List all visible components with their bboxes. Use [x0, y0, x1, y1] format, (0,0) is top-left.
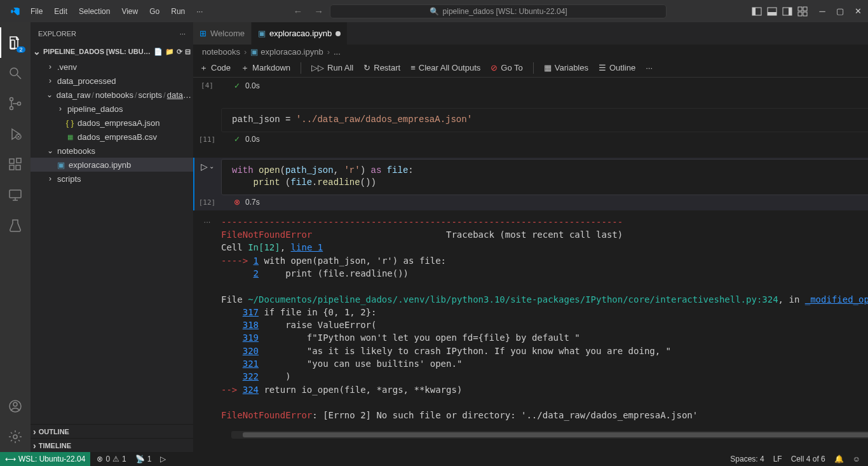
feedback-icon[interactable]: ☺ — [853, 455, 860, 463]
tree-pipeline-dados[interactable]: › pipeline_dados — [31, 102, 193, 116]
nav-back-icon[interactable]: ← — [293, 6, 302, 17]
menu-edit[interactable]: Edit — [49, 4, 72, 18]
cell-4[interactable]: [4] ✓ 0.0s Python — [193, 78, 868, 94]
problems-button[interactable]: ⊗0 ⚠1 — [97, 455, 126, 463]
menu-go[interactable]: Go — [144, 4, 165, 18]
run-all-button[interactable]: ▷▷Run All — [311, 63, 353, 72]
svg-rect-1 — [752, 8, 756, 15]
maximize-icon[interactable]: ▢ — [835, 6, 845, 17]
tree-scripts[interactable]: › scripts — [31, 172, 193, 186]
notifications-icon[interactable]: 🔔 — [834, 455, 844, 463]
tree-data-raw[interactable]: ⌄ data_raw/notebooks/scripts/data_raw — [31, 88, 193, 102]
svg-rect-8 — [798, 12, 802, 16]
variables-icon: ▦ — [544, 63, 552, 72]
spaces-button[interactable]: Spaces: 4 — [730, 455, 764, 463]
workspace-title[interactable]: ⌄ PIPELINE_DADOS [WSL: UBUNTU-22.04] 📄 📁… — [31, 45, 193, 58]
menu-view[interactable]: View — [116, 4, 143, 18]
chevron-right-icon: › — [46, 76, 55, 85]
notebook-icon: ▣ — [258, 29, 266, 38]
run-task-icon[interactable]: ▷ — [160, 455, 166, 463]
layout-panel-icon[interactable] — [767, 6, 777, 17]
add-markdown-button[interactable]: ＋Markdown — [241, 62, 290, 74]
menu-file[interactable]: File — [25, 4, 48, 18]
exec-count: [12] — [199, 198, 216, 207]
notebook-body[interactable]: [4] ✓ 0.0s Python [11] path_json = '.. — [193, 78, 868, 452]
tree-exploracao[interactable]: ▣ exploracao.ipynb — [31, 158, 193, 172]
variables-button[interactable]: ▦Variables — [544, 63, 588, 72]
menu-run[interactable]: Run — [166, 4, 190, 18]
activity-explorer-icon[interactable]: 2 — [0, 27, 31, 58]
output-scrollbar[interactable] — [231, 431, 868, 439]
layout-sidebar-left-icon[interactable] — [752, 6, 762, 17]
timeline-section[interactable]: › TIMELINE — [31, 438, 193, 452]
success-icon: ✓ — [234, 81, 240, 90]
menu-more[interactable]: ··· — [191, 4, 208, 18]
error-icon: ⊗ — [97, 455, 103, 463]
menu-bar: File Edit Selection View Go Run ··· — [25, 4, 208, 18]
error-icon: ⊗ — [234, 198, 240, 207]
toolbar-more-icon[interactable]: ··· — [646, 63, 653, 72]
menu-selection[interactable]: Selection — [74, 4, 115, 18]
command-center[interactable]: 🔍 pipeline_dados [WSL: Ubuntu-22.04] — [330, 4, 667, 18]
clear-outputs-button[interactable]: ≡Clear All Outputs — [410, 63, 480, 72]
tab-welcome[interactable]: ⊞ Welcome — [193, 22, 252, 45]
tree-venv[interactable]: › .venv — [31, 60, 193, 74]
activity-settings-icon[interactable] — [0, 421, 31, 452]
restart-button[interactable]: ↻Restart — [363, 63, 400, 72]
svg-rect-19 — [17, 158, 21, 163]
run-cell-button[interactable]: ▷ ⌄ — [201, 161, 214, 172]
add-code-button[interactable]: ＋Code — [200, 62, 231, 74]
outline-button[interactable]: ☰Outline — [599, 63, 635, 72]
cell-11[interactable]: [11] path_json = '../data_raw/dados_empr… — [193, 107, 868, 147]
outline-section[interactable]: › OUTLINE — [31, 424, 193, 438]
close-icon[interactable]: ✕ — [853, 6, 863, 17]
collapse-icon[interactable]: ⊟ — [185, 48, 191, 56]
svg-rect-20 — [10, 190, 21, 198]
goto-button[interactable]: ⊘Go To — [491, 63, 522, 72]
cell-12[interactable]: ⎙ ▷ ▷̲ ⊟ ··· 🗑 ▷ ⌄ [12] with open(path_j… — [193, 158, 868, 210]
traceback-output[interactable]: ----------------------------------------… — [221, 212, 868, 426]
chevron-right-icon: › — [33, 441, 36, 451]
activity-search-icon[interactable] — [0, 58, 31, 88]
explorer-badge: 2 — [17, 46, 25, 53]
cell-code[interactable]: with open(path_json, 'r') as file: print… — [221, 159, 868, 195]
tree-dados-b[interactable]: ▦ dados_empresaB.csv — [31, 130, 193, 144]
activity-accounts-icon[interactable] — [0, 391, 31, 421]
svg-rect-7 — [803, 7, 807, 11]
breadcrumb-folder[interactable]: notebooks — [202, 47, 240, 57]
output-more-icon[interactable]: ··· — [204, 217, 211, 226]
activity-remote-explorer-icon[interactable] — [0, 180, 31, 210]
cell-12-output: ··· ------------------------------------… — [193, 210, 868, 427]
svg-point-14 — [18, 102, 21, 106]
title-bar: File Edit Selection View Go Run ··· ← → … — [0, 0, 868, 22]
remote-indicator[interactable]: ⟷ WSL: Ubuntu-22.04 — [0, 452, 90, 466]
cell-code[interactable]: path_json = '../data_raw/dados_empresaA.… — [221, 108, 868, 132]
breadcrumbs[interactable]: notebooks › ▣ exploracao.ipynb › ... — [193, 45, 868, 58]
customize-layout-icon[interactable] — [797, 6, 808, 17]
activity-testing-icon[interactable] — [0, 210, 31, 241]
breadcrumb-more[interactable]: ... — [334, 47, 341, 57]
tree-data-processed[interactable]: › data_processed — [31, 74, 193, 88]
activity-extensions-icon[interactable] — [0, 149, 31, 180]
tab-exploracao[interactable]: ▣ exploracao.ipynb — [252, 22, 348, 45]
cell-position[interactable]: Cell 4 of 6 — [791, 455, 825, 463]
new-folder-icon[interactable]: 📁 — [165, 48, 174, 56]
clear-icon: ≡ — [410, 63, 416, 72]
new-file-icon[interactable]: 📄 — [154, 48, 163, 56]
minimize-icon[interactable]: ─ — [817, 6, 827, 17]
refresh-icon[interactable]: ⟳ — [177, 48, 182, 56]
tree-notebooks[interactable]: ⌄ notebooks — [31, 144, 193, 158]
activity-source-control-icon[interactable] — [0, 88, 31, 119]
run-all-icon: ▷▷ — [311, 63, 324, 72]
svg-point-13 — [10, 107, 13, 110]
activity-debug-icon[interactable] — [0, 119, 31, 149]
status-bar: ⟷ WSL: Ubuntu-22.04 ⊗0 ⚠1 📡1 ▷ Spaces: 4… — [0, 452, 868, 466]
nav-forward-icon[interactable]: → — [314, 6, 323, 17]
svg-rect-5 — [789, 8, 792, 15]
breadcrumb-file[interactable]: exploracao.ipynb — [261, 47, 323, 57]
tree-dados-a[interactable]: { } dados_empresaA.json — [31, 116, 193, 130]
sidebar-more-icon[interactable]: ··· — [180, 30, 186, 38]
eol-button[interactable]: LF — [773, 455, 782, 463]
layout-sidebar-right-icon[interactable] — [782, 6, 792, 17]
ports-button[interactable]: 📡1 — [135, 455, 152, 463]
